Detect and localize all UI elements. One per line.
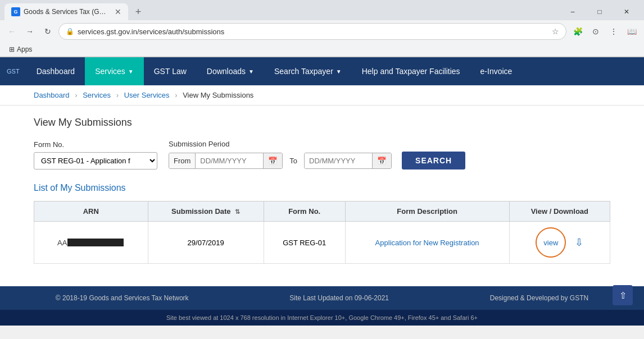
- form-no-value: GST REG-01: [283, 239, 326, 247]
- table-row: AA 29/07/2019 GST REG-01 Application for…: [34, 222, 610, 264]
- nav-services[interactable]: Services ▼: [85, 57, 144, 85]
- reading-list-button[interactable]: 📖: [624, 24, 640, 39]
- tab-title: Goods & Services Tax (GST) | Use...: [24, 8, 110, 16]
- tab-close-button[interactable]: ✕: [115, 7, 121, 16]
- breadcrumb-services[interactable]: Services: [83, 91, 111, 99]
- footer-developed-by: Designed & Developed by GSTN: [490, 294, 588, 302]
- submission-date-value: 29/07/2019: [188, 239, 224, 247]
- close-button[interactable]: ✕: [614, 3, 640, 20]
- top-navigation: GST Dashboard Services ▼ GST Law Downloa…: [0, 57, 644, 85]
- to-date-field: 📅: [304, 153, 392, 169]
- page-title: View My Submissions: [34, 117, 610, 129]
- breadcrumb-sep-1: ›: [75, 91, 77, 99]
- col-submission-date[interactable]: Submission Date ⇅: [148, 201, 264, 222]
- search-form: Form No. GST REG-01 - Application f Subm…: [34, 140, 610, 170]
- nav-help[interactable]: Help and Taxpayer Facilities: [352, 57, 470, 85]
- from-label: From: [169, 153, 196, 168]
- main-content: View My Submissions Form No. GST REG-01 …: [0, 106, 644, 286]
- breadcrumb-sep-3: ›: [175, 91, 177, 99]
- nav-einvoice[interactable]: e-Invoice: [470, 57, 523, 85]
- footer-copyright: © 2018-19 Goods and Services Tax Network: [56, 294, 189, 302]
- arn-prefix: AA: [57, 239, 67, 247]
- submissions-table: ARN Submission Date ⇅ Form No. Form Desc…: [34, 201, 610, 264]
- apps-grid-icon: ⊞: [9, 45, 15, 53]
- form-no-group: Form No. GST REG-01 - Application f: [34, 140, 157, 170]
- arn-value: AA: [57, 239, 124, 247]
- menu-button[interactable]: ⋮: [606, 24, 622, 39]
- from-date-input[interactable]: [196, 153, 263, 168]
- submission-period-label: Submission Period: [169, 140, 465, 148]
- scroll-top-button[interactable]: ⇧: [613, 285, 633, 305]
- footer-bottom: Site best viewed at 1024 x 768 resolutio…: [0, 310, 644, 326]
- url-text: services.gst.gov.in/services/auth/submis…: [78, 28, 548, 36]
- reload-button[interactable]: ↻: [40, 24, 55, 39]
- table-header: ARN Submission Date ⇅ Form No. Form Desc…: [34, 201, 610, 222]
- nav-downloads[interactable]: Downloads ▼: [197, 57, 264, 85]
- back-button[interactable]: ←: [4, 24, 19, 39]
- gst-application: GST Dashboard Services ▼ GST Law Downloa…: [0, 57, 644, 326]
- apps-label: Apps: [17, 45, 32, 53]
- submission-date-cell: 29/07/2019: [148, 222, 264, 264]
- table-section-title: List of My Submissions: [34, 183, 610, 193]
- nav-dashboard[interactable]: Dashboard: [26, 57, 85, 85]
- profile-button[interactable]: ⊙: [588, 24, 604, 39]
- new-tab-button[interactable]: +: [130, 4, 146, 20]
- services-dropdown-arrow: ▼: [128, 68, 134, 75]
- from-date-field: From 📅: [169, 153, 283, 169]
- bookmark-star-icon[interactable]: ☆: [552, 27, 559, 36]
- footer-last-updated: Site Last Updated on 09-06-2021: [289, 294, 389, 302]
- breadcrumb-current: View My Submissions: [183, 91, 253, 99]
- nav-gst-law[interactable]: GST Law: [144, 57, 197, 85]
- arn-cell: AA: [34, 222, 148, 264]
- search-taxpayer-dropdown-arrow: ▼: [336, 68, 342, 75]
- view-button[interactable]: view: [536, 227, 566, 258]
- browser-tab[interactable]: G Goods & Services Tax (GST) | Use... ✕: [4, 3, 128, 20]
- arn-redacted-bar: [67, 239, 124, 246]
- table-body: AA 29/07/2019 GST REG-01 Application for…: [34, 222, 610, 264]
- lock-icon: 🔒: [66, 28, 74, 35]
- forward-button[interactable]: →: [22, 24, 37, 39]
- view-download-cell: view ⇩: [509, 222, 610, 264]
- apps-bookmark[interactable]: ⊞ Apps: [4, 44, 37, 54]
- col-form-no: Form No.: [264, 201, 345, 222]
- to-calendar-button[interactable]: 📅: [372, 153, 391, 168]
- from-calendar-button[interactable]: 📅: [263, 153, 282, 168]
- sort-icon: ⇅: [235, 208, 240, 215]
- logo-area: GST: [0, 57, 26, 85]
- download-button[interactable]: ⇩: [575, 236, 583, 249]
- nav-search-taxpayer[interactable]: Search Taxpayer ▼: [264, 57, 352, 85]
- breadcrumb: Dashboard › Services › User Services › V…: [0, 85, 644, 106]
- breadcrumb-sep-2: ›: [116, 91, 119, 99]
- col-view-download: View / Download: [509, 201, 610, 222]
- col-form-desc: Form Description: [345, 201, 509, 222]
- footer-main: © 2018-19 Goods and Services Tax Network…: [0, 286, 644, 310]
- logo-text: GST: [7, 68, 20, 75]
- form-no-label: Form No.: [34, 140, 157, 149]
- breadcrumb-user-services[interactable]: User Services: [124, 91, 170, 99]
- date-range: From 📅 To 📅 SEARCH: [169, 152, 465, 170]
- form-no-select[interactable]: GST REG-01 - Application f: [34, 152, 157, 170]
- to-date-input[interactable]: [305, 153, 372, 168]
- form-no-cell: GST REG-01: [264, 222, 345, 264]
- search-button[interactable]: SEARCH: [402, 152, 465, 170]
- downloads-dropdown-arrow: ▼: [248, 68, 254, 75]
- to-label: To: [289, 157, 297, 165]
- tab-favicon: G: [11, 7, 20, 16]
- nav-items: Dashboard Services ▼ GST Law Downloads ▼…: [26, 57, 523, 85]
- maximize-button[interactable]: □: [587, 3, 613, 20]
- extensions-button[interactable]: 🧩: [570, 24, 586, 39]
- col-arn: ARN: [34, 201, 148, 222]
- form-desc-link[interactable]: Application for New Registration: [375, 239, 479, 247]
- form-desc-cell: Application for New Registration: [345, 222, 509, 264]
- submission-period-group: Submission Period From 📅 To 📅 SEARCH: [169, 140, 465, 170]
- breadcrumb-dashboard[interactable]: Dashboard: [34, 91, 70, 99]
- minimize-button[interactable]: –: [560, 3, 586, 20]
- address-bar[interactable]: 🔒 services.gst.gov.in/services/auth/subm…: [58, 23, 566, 40]
- footer-browser-note: Site best viewed at 1024 x 768 resolutio…: [166, 314, 478, 321]
